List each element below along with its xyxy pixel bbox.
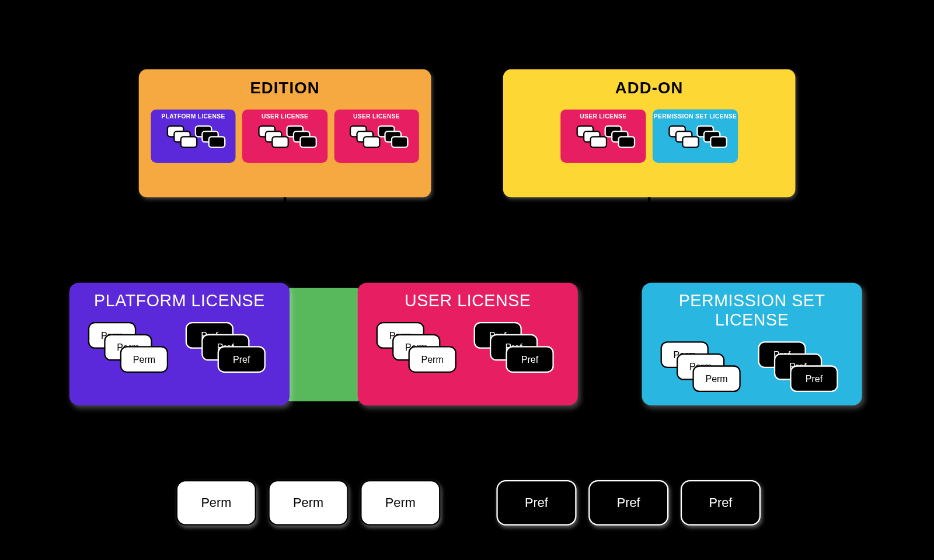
platform-user-bridge [287,288,360,401]
connector-stub [284,197,287,206]
cards-icon [350,125,403,152]
pref-atom: Pref [496,480,576,526]
edition-package: EDITION PLATFORM LICENSE USER LICENSE [139,69,431,197]
platform-license-card: PLATFORM LICENSE Perm Perm Perm Pref Pre… [69,283,290,405]
pref-atom: Pref [681,480,761,526]
cards-icon [258,125,311,152]
user-stack: Perm Perm Perm Pref Pref Pref [358,322,578,388]
platform-license-title: PLATFORM LICENSE [69,283,290,310]
connector-stub [648,197,651,206]
addon-title: ADD-ON [503,79,796,97]
mini-user-label: USER LICENSE [334,113,419,120]
edition-contents: PLATFORM LICENSE USER LICENSE [139,97,431,177]
mini-psl-label: PERMISSION SET LICENSE [653,113,738,120]
mini-psl-license: PERMISSION SET LICENSE [653,109,738,162]
mini-user-license: USER LICENSE [560,109,646,162]
perm-atom: Perm [360,480,440,526]
cards-icon [166,125,219,152]
pref-card: Pref [790,365,838,392]
mini-user-license: USER LICENSE [334,109,419,162]
psl-license-title: PERMISSION SET LICENSE [642,283,862,330]
cards-icon [668,125,722,152]
psl-license-card: PERMISSION SET LICENSE Perm Perm Perm Pr… [642,283,862,405]
perm-card: Perm [409,346,456,373]
mini-user-label: USER LICENSE [242,113,327,120]
pref-card: Pref [218,346,266,373]
cards-icon [577,125,630,152]
psl-stack: Perm Perm Perm Pref Pref Pref [642,341,862,408]
pref-atoms-row: Pref Pref Pref [496,480,761,526]
addon-package: ADD-ON USER LICENSE PERMISSION SET LICEN… [503,69,796,197]
perm-card: Perm [120,346,168,373]
pref-card: Pref [506,346,553,373]
perm-atoms-row: Perm Perm Perm [176,480,441,526]
mini-platform-label: PLATFORM LICENSE [151,113,236,120]
pref-atom: Pref [588,480,668,526]
mini-user-license: USER LICENSE [242,109,327,162]
perm-atom: Perm [176,480,256,526]
user-license-card: USER LICENSE Perm Perm Perm Pref Pref Pr… [358,283,578,405]
perm-card: Perm [692,365,740,392]
perm-atom: Perm [268,480,348,526]
platform-stack: Perm Perm Perm Pref Pref Pref [69,322,290,388]
edition-title: EDITION [139,79,431,97]
mini-platform-license: PLATFORM LICENSE [151,109,236,162]
addon-contents: USER LICENSE PERMISSION SET LICENSE [503,97,796,177]
mini-user-label: USER LICENSE [560,113,646,120]
user-license-title: USER LICENSE [358,283,578,310]
